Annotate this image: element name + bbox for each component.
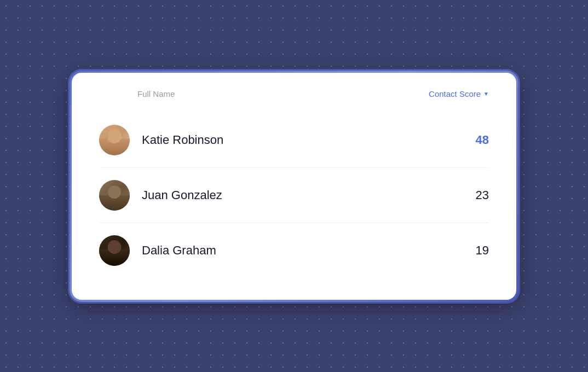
table-row[interactable]: Juan Gonzalez 23 [99, 168, 489, 223]
contact-score: 48 [456, 133, 489, 147]
row-left: Dalia Graham [99, 235, 216, 266]
sort-arrow-icon: ▼ [483, 91, 489, 97]
table-row[interactable]: Katie Robinson 48 [99, 113, 489, 168]
fullname-column-header: Full Name [99, 89, 175, 98]
table-row[interactable]: Dalia Graham 19 [99, 223, 489, 278]
contact-name: Dalia Graham [142, 243, 216, 258]
avatar [99, 180, 130, 211]
avatar [99, 125, 130, 155]
contact-name: Juan Gonzalez [142, 188, 222, 202]
score-column-header[interactable]: Contact Score ▼ [429, 89, 489, 98]
contact-name: Katie Robinson [142, 133, 223, 147]
table-header: Full Name Contact Score ▼ [99, 89, 489, 107]
card-outer: Full Name Contact Score ▼ Katie Robinson… [70, 71, 518, 302]
main-card: Full Name Contact Score ▼ Katie Robinson… [72, 73, 516, 300]
contact-score: 23 [456, 188, 489, 202]
row-left: Juan Gonzalez [99, 180, 222, 211]
contact-score: 19 [456, 243, 489, 258]
avatar [99, 235, 130, 266]
row-left: Katie Robinson [99, 125, 223, 155]
